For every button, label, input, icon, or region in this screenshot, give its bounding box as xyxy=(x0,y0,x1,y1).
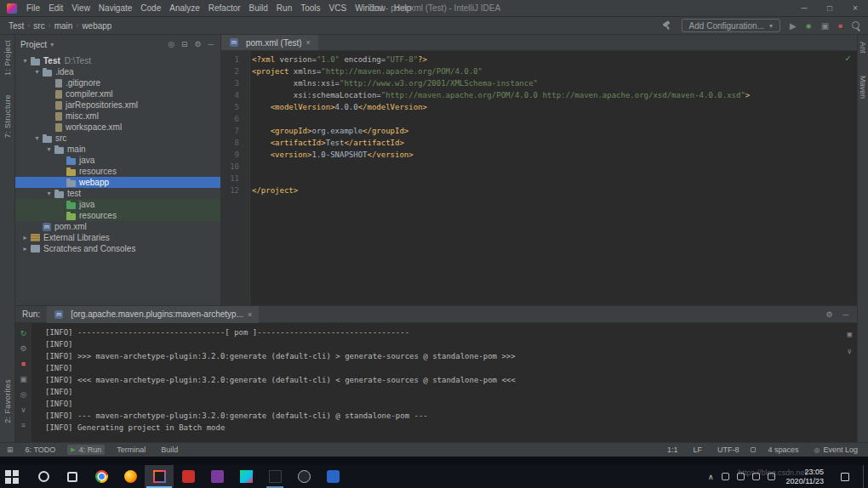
task-view-button[interactable] xyxy=(58,465,87,488)
visual-studio-app[interactable] xyxy=(203,465,231,488)
float-window-icon[interactable]: ▣ xyxy=(848,328,852,340)
status-item-build[interactable]: Build xyxy=(157,445,181,455)
build-hammer-icon[interactable] xyxy=(662,20,672,31)
menu-tools[interactable]: Tools xyxy=(296,3,324,13)
menu-run[interactable]: Run xyxy=(272,3,296,13)
project-panel-title[interactable]: Project xyxy=(20,40,47,49)
tree-item-jarrepositories-xml[interactable]: jarRepositories.xml xyxy=(15,99,220,111)
pin-icon[interactable]: ◎ xyxy=(20,388,27,401)
profiler-button[interactable]: ▣ xyxy=(821,21,829,31)
menu-view[interactable]: View xyxy=(67,3,94,13)
chevron-down-icon[interactable]: ▾ xyxy=(32,134,42,142)
tree-item-gitignore[interactable]: .gitignore xyxy=(15,77,220,88)
clear-all-icon[interactable]: ≡ xyxy=(21,418,26,432)
cortana-button[interactable] xyxy=(29,465,58,488)
menu-build[interactable]: Build xyxy=(245,3,272,13)
tool-button-ant[interactable]: Ant xyxy=(859,42,867,54)
status-item-lf[interactable]: LF xyxy=(689,445,705,455)
scroll-to-end-icon[interactable]: ∨ xyxy=(20,403,26,417)
locate-file-icon[interactable]: ◎ xyxy=(166,40,176,48)
stop-icon[interactable]: ■ xyxy=(21,357,26,371)
tool-window-switcher-icon[interactable]: ⊞ xyxy=(7,445,14,454)
tree-item-test[interactable]: ▾TestD:\Test xyxy=(15,55,220,66)
tree-item-resources[interactable]: resources xyxy=(15,210,220,221)
restore-layout-icon[interactable]: ▣ xyxy=(20,372,27,386)
jetbrains-app[interactable] xyxy=(231,465,260,488)
chevron-down-icon[interactable]: ▾ xyxy=(44,145,54,153)
menu-navigate[interactable]: Navigate xyxy=(94,3,136,13)
settings-icon[interactable]: ⚙ xyxy=(20,342,26,355)
chevron-right-icon[interactable]: ▸ xyxy=(20,234,30,241)
intellij-idea-app[interactable] xyxy=(145,465,174,488)
menu-refactor[interactable]: Refactor xyxy=(204,3,245,13)
taskbar-clock[interactable]: 23:05 2020/11/23 xyxy=(783,468,827,486)
run-configurations-dropdown[interactable]: Add Configuration... ▾ xyxy=(682,19,780,32)
status-item-4-spaces[interactable]: 4 spaces xyxy=(764,445,802,455)
console-output[interactable]: ▣ ∨ [INFO] -----------------------------… xyxy=(31,323,857,442)
show-desktop-button[interactable] xyxy=(863,465,866,488)
chevron-right-icon[interactable]: ▸ xyxy=(20,245,30,253)
tree-item-src[interactable]: ▾src xyxy=(15,133,220,144)
menu-analyze[interactable]: Analyze xyxy=(165,3,204,13)
run-tab[interactable]: [org.apache.maven.plugins:maven-archetyp… xyxy=(47,306,259,323)
breadcrumb-webapp[interactable]: webapp xyxy=(80,21,113,31)
tree-item-compiler-xml[interactable]: compiler.xml xyxy=(15,88,220,99)
tree-item-external-libraries[interactable]: ▸External Libraries xyxy=(15,232,220,243)
code-editor[interactable]: 1<?xml version="1.0" encoding="UTF-8"?>2… xyxy=(221,51,857,305)
event-log-button[interactable]: ◎Event Log xyxy=(810,445,861,455)
breadcrumb-src[interactable]: src xyxy=(31,21,46,31)
hide-panel-icon[interactable]: ─ xyxy=(842,310,850,319)
chevron-down-icon[interactable]: ▾ xyxy=(44,190,54,197)
tree-item-scratches-and-consoles[interactable]: ▸Scratches and Consoles xyxy=(15,243,220,254)
hide-panel-icon[interactable]: ─ xyxy=(207,40,215,48)
breadcrumb-test[interactable]: Test xyxy=(7,21,26,31)
close-tab-icon[interactable]: × xyxy=(248,310,252,319)
debug-button[interactable]: ◉ xyxy=(806,22,812,30)
red-app[interactable] xyxy=(174,465,203,488)
stop-button[interactable]: ■ xyxy=(838,22,842,30)
chrome-app[interactable] xyxy=(87,465,116,488)
tool-button-7-structure[interactable]: 7: Structure xyxy=(3,94,12,138)
tree-item-misc-xml[interactable]: misc.xml xyxy=(15,111,220,122)
status-item-utf-8[interactable]: UTF-8 xyxy=(714,445,743,455)
firefox-app[interactable] xyxy=(116,465,145,488)
tray-icon-3[interactable] xyxy=(752,473,760,480)
tree-item-idea[interactable]: ▾.idea xyxy=(15,66,220,77)
maximize-button[interactable]: □ xyxy=(817,0,842,16)
tool-button-maven[interactable]: Maven xyxy=(859,76,867,99)
tree-item-pom-xml[interactable]: pom.xml xyxy=(15,221,220,232)
tab-pom-xml[interactable]: pom.xml (Test) × xyxy=(221,35,318,50)
status-item-terminal[interactable]: Terminal xyxy=(113,445,149,455)
search-everywhere-icon[interactable] xyxy=(852,21,861,31)
chevron-down-icon[interactable]: ▾ xyxy=(32,68,42,76)
tray-icon-2[interactable] xyxy=(737,473,745,480)
settings-gear-icon[interactable]: ⚙ xyxy=(825,310,835,319)
tray-icon-1[interactable] xyxy=(722,473,729,480)
minimize-button[interactable]: ─ xyxy=(791,0,817,16)
tree-item-java[interactable]: java xyxy=(15,199,220,210)
tray-expand-button[interactable]: ∧ xyxy=(708,473,714,481)
scroll-down-icon[interactable]: ∨ xyxy=(848,345,852,357)
tree-item-main[interactable]: ▾main xyxy=(15,144,220,155)
run-button[interactable]: ▶ xyxy=(790,21,797,31)
tree-item-workspace-xml[interactable]: workspace.xml xyxy=(15,122,220,133)
tree-item-resources[interactable]: resources xyxy=(15,166,220,177)
start-button[interactable] xyxy=(0,465,29,488)
rerun-icon[interactable]: ↻ xyxy=(20,326,27,340)
status-item-1-1[interactable]: 1:1 xyxy=(664,445,682,455)
status-item-6-todo[interactable]: 6: TODO xyxy=(22,445,60,455)
settings-gear-icon[interactable]: ⚙ xyxy=(193,40,203,48)
chevron-down-icon[interactable]: ▾ xyxy=(20,57,30,65)
tray-icon-4[interactable] xyxy=(768,473,775,480)
notification-center-button[interactable] xyxy=(835,473,855,481)
close-button[interactable]: × xyxy=(842,0,868,16)
collapse-all-icon[interactable]: ⊟ xyxy=(180,40,190,48)
close-tab-icon[interactable]: × xyxy=(306,38,311,47)
menu-edit[interactable]: Edit xyxy=(44,3,67,13)
status-item-4-run[interactable]: ▶4: Run xyxy=(67,445,105,455)
menu-code[interactable]: Code xyxy=(136,3,165,13)
breadcrumb-main[interactable]: main xyxy=(53,21,75,31)
menu-vcs[interactable]: VCS xyxy=(325,3,351,13)
obs-app[interactable] xyxy=(289,465,318,488)
inspections-ok-icon[interactable]: ✓ xyxy=(845,54,852,63)
